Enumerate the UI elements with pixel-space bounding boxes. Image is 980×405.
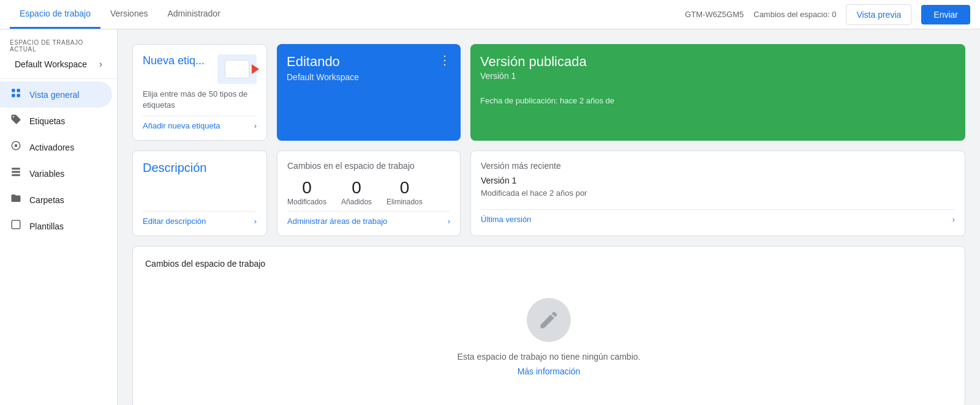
description-card: Descripción Editar descripción › (132, 150, 267, 236)
edit-icon (538, 309, 560, 331)
workspace-selector[interactable]: Default Workspace › (10, 55, 107, 73)
added-label: Añadidos (341, 198, 372, 206)
sidebar-item-label-variables: Variables (29, 169, 64, 179)
top-nav: Espacio de trabajo Versiones Administrad… (0, 0, 980, 29)
tab-admin[interactable]: Administrador (157, 0, 230, 29)
variables-icon (10, 166, 22, 180)
edit-description-link[interactable]: Editar descripción › (143, 211, 257, 226)
chevron-right-icon: › (254, 121, 257, 130)
triggers-icon (10, 140, 22, 154)
new-tag-card: Nueva etiq... Elija entre más de 50 tipo… (132, 44, 267, 141)
version-card: Versión más reciente Versión 1 Modificad… (470, 150, 965, 236)
add-new-tag-link[interactable]: Añadir nueva etiqueta › (143, 116, 257, 130)
tag-arrow-icon (252, 64, 259, 74)
empty-text: Esta espacio de trabajo no tiene ningún … (458, 352, 641, 362)
learn-more-link[interactable]: Más información (518, 366, 581, 376)
sidebar-item-label-templates: Plantillas (29, 221, 64, 231)
workspace-changes-title: Cambios del espacio de trabajo (145, 259, 952, 269)
nav-right: GTM-W6Z5GM5 Cambios del espacio: 0 Vista… (685, 4, 970, 25)
editing-title: Editando (287, 54, 359, 70)
chevron-right-icon: › (448, 217, 450, 226)
added-stat: 0 Añadidos (341, 178, 372, 206)
svg-rect-6 (12, 220, 20, 229)
workspace-name: Default Workspace (15, 59, 87, 69)
sidebar-item-folders[interactable]: Carpetas (0, 187, 112, 213)
description-title: Descripción (143, 161, 257, 175)
tab-workspace[interactable]: Espacio de trabajo (10, 0, 100, 29)
modified-stat: 0 Modificados (287, 178, 326, 206)
sidebar-item-templates[interactable]: Plantillas (0, 213, 112, 239)
svg-rect-0 (12, 89, 15, 92)
removed-label: Eliminados (386, 198, 423, 206)
sidebar-item-tags[interactable]: Etiquetas (0, 108, 112, 134)
overview-icon (10, 87, 22, 102)
main-layout: ESPACIO DE TRABAJO ACTUAL Default Worksp… (0, 29, 980, 405)
modified-count: 0 (287, 178, 326, 198)
added-count: 0 (341, 178, 372, 198)
sidebar-item-overview[interactable]: Vista general (0, 81, 112, 108)
workspace-changes-label: Cambios del espacio: 0 (753, 10, 836, 19)
folders-icon (10, 193, 22, 207)
bottom-cards-row: Descripción Editar descripción › Cambios… (132, 150, 965, 236)
svg-rect-3 (17, 94, 20, 97)
published-title: Versión publicada (480, 54, 956, 70)
svg-rect-2 (12, 94, 15, 97)
workspace-changes-section: Cambios del espacio de trabajo Esta espa… (132, 246, 965, 405)
sidebar-item-label-triggers: Activadores (29, 143, 74, 152)
top-cards-row: Nueva etiq... Elija entre más de 50 tipo… (132, 44, 965, 141)
sidebar-item-label-folders: Carpetas (29, 195, 64, 205)
modified-label: Modificados (287, 198, 326, 206)
latest-version-link[interactable]: Última versión › (481, 209, 955, 224)
workspace-section: ESPACIO DE TRABAJO ACTUAL Default Worksp… (0, 34, 117, 76)
editing-subtitle: Default Workspace (287, 72, 359, 82)
manage-workspaces-link[interactable]: Administrar áreas de trabajo › (287, 211, 450, 226)
tag-icon-placeholder (217, 54, 257, 84)
sidebar-item-triggers[interactable]: Activadores (0, 134, 112, 160)
tags-icon (10, 114, 22, 128)
svg-point-5 (15, 144, 18, 147)
submit-button[interactable]: Enviar (921, 5, 970, 24)
new-tag-title: Nueva etiq... (143, 54, 205, 67)
new-tag-description: Elija entre más de 50 tipos de etiquetas (143, 89, 257, 111)
gtm-id: GTM-W6Z5GM5 (685, 10, 744, 19)
version-label: Versión más reciente (481, 161, 955, 171)
new-tag-card-header: Nueva etiq... (143, 54, 257, 84)
version-detail: Modificada el hace 2 años por (481, 188, 955, 199)
editing-card-header: Editando Default Workspace ⋮ (287, 54, 451, 82)
preview-button[interactable]: Vista previa (846, 4, 911, 25)
sidebar-item-label-tags: Etiquetas (29, 116, 65, 126)
removed-stat: 0 Eliminados (386, 178, 423, 206)
editing-menu-button[interactable]: ⋮ (439, 54, 451, 66)
templates-icon (10, 219, 22, 233)
sidebar-item-label-overview: Vista general (29, 90, 79, 100)
published-version: Versión 1 (480, 71, 956, 81)
tag-icon-inner (225, 60, 249, 78)
chevron-right-icon: › (99, 59, 102, 70)
sidebar: ESPACIO DE TRABAJO ACTUAL Default Worksp… (0, 29, 118, 405)
published-date: Fecha de publicación: hace 2 años de (480, 95, 956, 106)
workspace-label: ESPACIO DE TRABAJO ACTUAL (10, 39, 107, 53)
svg-rect-1 (17, 89, 20, 92)
published-card: Versión publicada Versión 1 Fecha de pub… (470, 44, 965, 141)
chevron-right-icon: › (254, 217, 257, 226)
chevron-right-icon: › (952, 215, 955, 224)
sidebar-item-variables[interactable]: Variables (0, 160, 112, 187)
nav-tabs: Espacio de trabajo Versiones Administrad… (10, 0, 230, 29)
empty-state: Esta espacio de trabajo no tiene ningún … (145, 278, 952, 396)
editing-card: Editando Default Workspace ⋮ (277, 44, 461, 141)
removed-count: 0 (386, 178, 423, 198)
sidebar-divider (0, 78, 117, 79)
empty-icon (527, 298, 571, 342)
changes-stats: 0 Modificados 0 Añadidos 0 Eliminados (287, 178, 450, 206)
main-content: Nueva etiq... Elija entre más de 50 tipo… (118, 29, 980, 405)
changes-card: Cambios en el espacio de trabajo 0 Modif… (277, 150, 461, 236)
version-name: Versión 1 (481, 176, 955, 185)
tab-versions[interactable]: Versiones (100, 0, 157, 29)
changes-title: Cambios en el espacio de trabajo (287, 161, 450, 171)
